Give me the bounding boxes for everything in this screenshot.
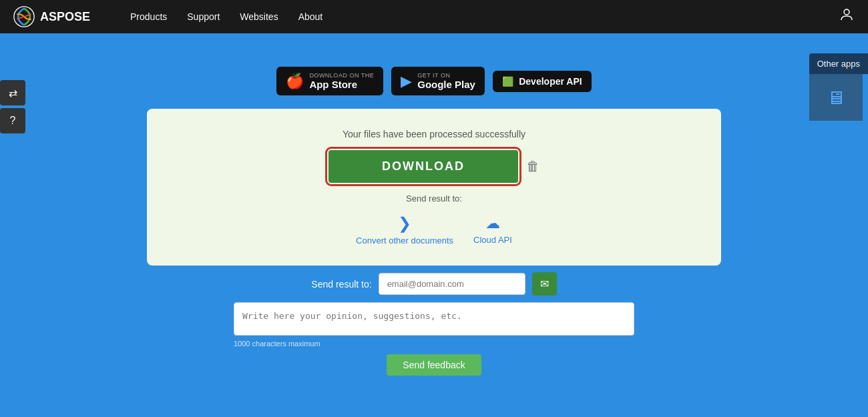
app-store-text: Download on the App Store xyxy=(309,72,374,90)
help-button[interactable]: ? xyxy=(0,108,25,133)
nav-support[interactable]: Support xyxy=(187,11,220,22)
download-button[interactable]: DOWNLOAD xyxy=(329,150,518,183)
download-row: DOWNLOAD 🗑 xyxy=(329,150,539,183)
developer-api-badge[interactable]: 🟩 Developer API xyxy=(493,71,591,92)
other-apps-panel: Other apps 🖥 xyxy=(809,53,868,121)
convert-other-link[interactable]: ❯ Convert other documents xyxy=(356,214,453,246)
store-badges-row: 🍎 Download on the App Store ▶ GET IT ON … xyxy=(276,67,591,95)
cloud-api-icon: ☁ xyxy=(485,215,500,232)
google-play-sub: GET IT ON xyxy=(417,72,475,79)
google-play-badge[interactable]: ▶ GET IT ON Google Play xyxy=(391,67,485,95)
code-arrows-icon: ⇄ xyxy=(9,87,17,99)
feedback-section: 1000 characters maximum Send feedback xyxy=(234,302,634,376)
convert-row: ❯ Convert other documents ☁ Cloud API xyxy=(356,214,512,246)
app-store-badge[interactable]: 🍎 Download on the App Store xyxy=(276,67,383,95)
send-result-label: Send result to: xyxy=(406,193,462,203)
navbar: ASPOSE Products Support Websites About xyxy=(0,0,868,33)
logo[interactable]: ASPOSE xyxy=(13,6,90,27)
delete-button[interactable]: 🗑 xyxy=(526,159,539,174)
app-store-sub: Download on the xyxy=(309,72,374,79)
app-store-main: App Store xyxy=(309,79,374,90)
feedback-hint: 1000 characters maximum xyxy=(234,340,320,348)
email-input[interactable] xyxy=(379,273,525,295)
trash-icon: 🗑 xyxy=(526,159,539,173)
nav-links: Products Support Websites About xyxy=(130,11,322,22)
email-send-button[interactable]: ✉ xyxy=(532,272,557,296)
desktop-icon: 🖥 xyxy=(827,87,845,109)
main-content: 🍎 Download on the App Store ▶ GET IT ON … xyxy=(0,33,868,389)
cloud-api-label: Cloud API xyxy=(473,235,512,245)
other-apps-tab[interactable]: Other apps xyxy=(809,53,868,74)
user-icon[interactable] xyxy=(839,7,855,27)
envelope-icon: ✉ xyxy=(540,278,549,290)
google-play-main: Google Play xyxy=(417,79,475,90)
result-box: Your files have been processed successfu… xyxy=(147,109,721,266)
developer-api-label: Developer API xyxy=(519,76,582,87)
side-left-panel: ⇄ ? xyxy=(0,80,25,133)
apple-icon: 🍎 xyxy=(286,73,304,90)
email-row: Send result to: ✉ xyxy=(311,272,556,296)
nav-products[interactable]: Products xyxy=(130,11,167,22)
google-play-text: GET IT ON Google Play xyxy=(417,72,475,90)
other-apps-icon-box[interactable]: 🖥 xyxy=(809,74,863,121)
cloud-api-link[interactable]: ☁ Cloud API xyxy=(473,215,512,245)
google-play-icon: ▶ xyxy=(401,73,412,90)
aspose-logo-icon xyxy=(13,6,35,27)
nav-websites[interactable]: Websites xyxy=(240,11,278,22)
feedback-textarea[interactable] xyxy=(234,302,634,336)
svg-point-1 xyxy=(844,9,849,15)
logo-text: ASPOSE xyxy=(40,10,90,24)
question-icon: ? xyxy=(10,115,16,127)
convert-icon: ❯ xyxy=(398,214,411,233)
developer-api-icon: 🟩 xyxy=(502,76,513,87)
send-feedback-button[interactable]: Send feedback xyxy=(387,354,481,376)
code-toggle-button[interactable]: ⇄ xyxy=(0,80,25,105)
result-status-text: Your files have been processed successfu… xyxy=(343,129,525,139)
convert-label: Convert other documents xyxy=(356,236,453,246)
email-label: Send result to: xyxy=(311,279,371,290)
nav-about[interactable]: About xyxy=(298,11,323,22)
